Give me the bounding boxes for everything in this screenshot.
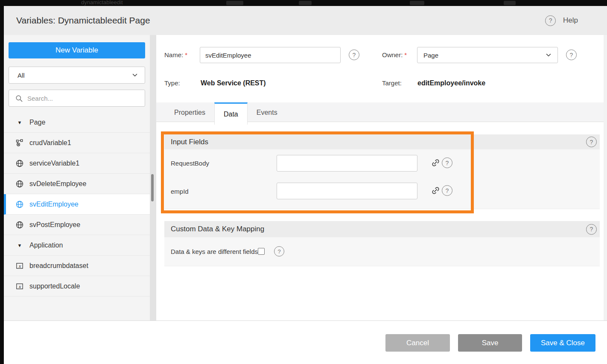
background-toolbar-blob — [504, 1, 516, 5]
requestbody-input[interactable] — [277, 155, 417, 172]
sidebar-group-application[interactable]: ▼ Application — [4, 235, 150, 256]
help-label: Help — [563, 16, 578, 25]
tab-data[interactable]: Data — [214, 102, 248, 125]
tab-events[interactable]: Events — [248, 102, 286, 122]
background-app-strip: dynamictableedit — [0, 0, 607, 6]
input-fields-body: RequestBody ? empId ? — [164, 149, 600, 209]
help-icon: ? — [545, 15, 556, 26]
requestbody-help-icon[interactable]: ? — [442, 157, 452, 168]
different-fields-help-icon[interactable]: ? — [274, 246, 284, 256]
custom-mapping-title: Custom Data & Key Mapping — [171, 225, 264, 233]
variable-filter-select[interactable]: All — [9, 67, 145, 84]
chevron-down-icon — [545, 51, 552, 59]
dialog-titlebar: Variables: Dynamictableedit Page ? Help — [4, 6, 607, 35]
custom-mapping-body: Data & keys are different fields ? — [164, 237, 600, 266]
empid-label: empId — [171, 188, 189, 195]
collapse-triangle-icon: ▼ — [16, 120, 23, 125]
owner-label: Owner:* — [382, 47, 407, 63]
sidebar-item-supportedlocale[interactable]: x supportedLocale — [4, 276, 150, 297]
crud-icon — [16, 139, 23, 147]
variable-list: ▼ Page crudVariable1 serviceVariable1 — [4, 112, 150, 297]
target-value: editEmployee/invoke — [417, 77, 485, 90]
dialog-footer: Cancel Save Save & Close — [4, 320, 607, 364]
variables-dialog: Variables: Dynamictableedit Page ? Help … — [4, 6, 607, 364]
required-asterisk: * — [404, 51, 407, 58]
sidebar-item-breadcrumbdataset[interactable]: x breadcrumbdataset — [4, 256, 150, 276]
collapse-triangle-icon: ▼ — [16, 243, 23, 248]
background-app-title: dynamictableedit — [81, 0, 123, 6]
target-label: Target: — [382, 77, 402, 90]
static-variable-icon: x — [16, 262, 23, 270]
variable-label: svDeleteEmployee — [29, 180, 86, 188]
variable-search[interactable] — [9, 90, 145, 107]
group-label: Application — [29, 242, 63, 249]
tab-properties[interactable]: Properties — [165, 102, 214, 122]
sidebar-item-servicevariable1[interactable]: serviceVariable1 — [4, 153, 150, 174]
static-variable-icon: x — [16, 282, 23, 290]
input-fields-help-icon[interactable]: ? — [586, 137, 597, 147]
variable-label: serviceVariable1 — [29, 160, 79, 167]
save-and-close-button[interactable]: Save & Close — [530, 334, 595, 352]
data-tab-content: Input Fields ? RequestBody ? empId ? — [164, 134, 600, 266]
different-fields-label: Data & keys are different fields — [171, 248, 258, 255]
bind-link-icon[interactable] — [431, 186, 440, 195]
detail-tabbar: Properties Data Events — [156, 102, 604, 122]
variable-label: breadcrumbdataset — [29, 262, 88, 270]
sidebar-item-sveditemployee[interactable]: svEditEmployee — [4, 194, 150, 215]
variable-label: supportedLocale — [29, 282, 80, 290]
save-button[interactable]: Save — [458, 334, 522, 352]
sidebar-scrollbar-thumb[interactable] — [151, 174, 154, 201]
background-toolbar-blob — [299, 1, 312, 5]
name-label: Name:* — [164, 47, 187, 63]
variable-detail-panel: Name:* ? Owner:* Page ? Type: Web Servic… — [156, 35, 607, 320]
dialog-title: Variables: Dynamictableedit Page — [16, 6, 150, 35]
empid-help-icon[interactable]: ? — [442, 185, 452, 196]
custom-mapping-help-icon[interactable]: ? — [586, 224, 597, 235]
sidebar-group-page[interactable]: ▼ Page — [4, 112, 150, 133]
globe-icon — [16, 221, 23, 229]
help-button[interactable]: ? Help — [545, 6, 578, 35]
sidebar-divider — [150, 35, 156, 320]
variable-filter-value: All — [18, 72, 131, 79]
variable-label: crudVariable1 — [29, 139, 71, 147]
custom-mapping-header: Custom Data & Key Mapping ? — [164, 221, 600, 237]
new-variable-button[interactable]: New Variable — [9, 42, 145, 58]
requestbody-label: RequestBody — [171, 160, 209, 167]
variable-label: svEditEmployee — [29, 201, 79, 208]
group-label: Page — [29, 119, 45, 126]
globe-icon — [16, 160, 23, 167]
owner-select[interactable]: Page — [417, 47, 558, 63]
search-icon — [15, 94, 23, 102]
input-fields-title: Input Fields — [171, 138, 208, 146]
background-toolbar-blob — [410, 1, 424, 5]
globe-icon — [16, 201, 23, 208]
cancel-button[interactable]: Cancel — [385, 334, 450, 352]
name-help-icon[interactable]: ? — [349, 50, 359, 60]
chevron-down-icon — [131, 71, 139, 79]
sidebar-item-crudvariable1[interactable]: crudVariable1 — [4, 133, 150, 153]
owner-value: Page — [423, 52, 545, 59]
different-fields-checkbox[interactable] — [258, 248, 265, 255]
name-input[interactable] — [200, 47, 341, 63]
svg-text:x: x — [18, 284, 21, 288]
sidebar-item-svdeleteemployee[interactable]: svDeleteEmployee — [4, 174, 150, 194]
required-asterisk: * — [185, 51, 187, 58]
globe-icon — [16, 180, 23, 188]
owner-help-icon[interactable]: ? — [566, 50, 577, 60]
svg-text:x: x — [18, 263, 21, 268]
input-fields-header: Input Fields ? — [164, 134, 600, 149]
bind-link-icon[interactable] — [431, 158, 440, 167]
variable-label: svPostEmployee — [29, 221, 80, 229]
empid-input[interactable] — [277, 183, 417, 199]
type-label: Type: — [164, 77, 180, 90]
main-scrollbar-track[interactable] — [604, 35, 607, 320]
variables-sidebar: New Variable All ▼ Page — [4, 35, 150, 320]
background-toolbar-blob — [226, 1, 243, 5]
type-value: Web Service (REST) — [201, 77, 266, 90]
sidebar-item-svpostemployee[interactable]: svPostEmployee — [4, 215, 150, 235]
search-input[interactable] — [27, 95, 140, 102]
